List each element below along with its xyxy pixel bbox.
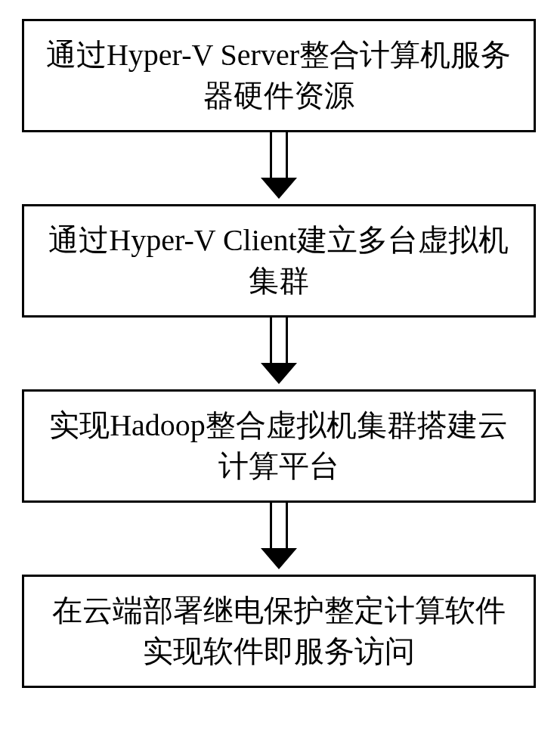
flowchart-step-4: 在云端部署继电保护整定计算软件实现软件即服务访问: [22, 575, 536, 688]
arrow-down-1: [261, 132, 297, 204]
arrow-shaft: [270, 132, 288, 179]
flowchart-container: 通过Hyper-V Server整合计算机服务器硬件资源 通过Hyper-V C…: [0, 19, 557, 688]
arrow-head-icon: [261, 363, 297, 384]
arrow-down-3: [261, 503, 297, 575]
arrow-shaft: [270, 503, 288, 550]
step-text: 通过Hyper-V Server整合计算机服务器硬件资源: [46, 38, 511, 113]
step-text: 在云端部署继电保护整定计算软件实现软件即服务访问: [52, 593, 506, 668]
arrow-head-icon: [261, 548, 297, 569]
arrow-head-icon: [261, 178, 297, 199]
flowchart-step-2: 通过Hyper-V Client建立多台虚拟机集群: [22, 204, 536, 318]
flowchart-step-1: 通过Hyper-V Server整合计算机服务器硬件资源: [22, 19, 536, 132]
step-text: 通过Hyper-V Client建立多台虚拟机集群: [48, 223, 508, 298]
flowchart-step-3: 实现Hadoop整合虚拟机集群搭建云计算平台: [22, 389, 536, 503]
step-text: 实现Hadoop整合虚拟机集群搭建云计算平台: [49, 408, 508, 483]
arrow-shaft: [270, 318, 288, 364]
arrow-down-2: [261, 318, 297, 389]
